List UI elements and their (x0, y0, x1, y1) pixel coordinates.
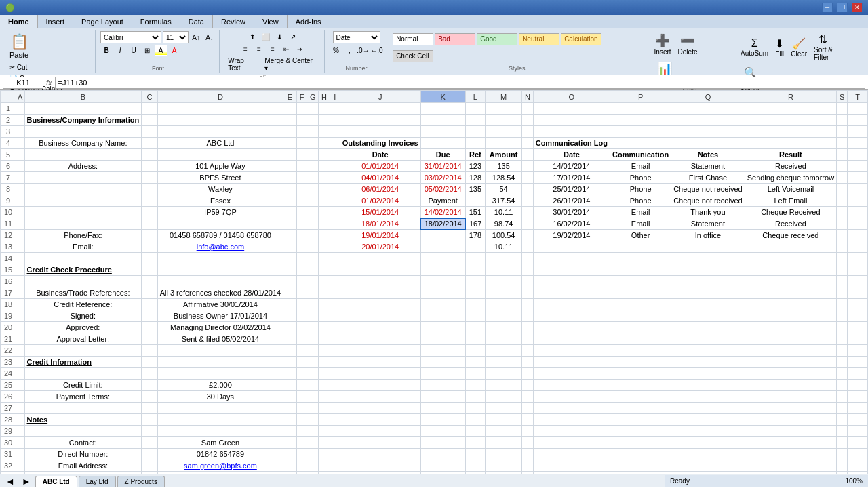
cell-N20[interactable] (522, 322, 533, 333)
cell-E25[interactable] (283, 380, 297, 391)
col-header-n[interactable]: N (522, 91, 533, 103)
cell-E9[interactable] (283, 195, 297, 207)
cell-B19[interactable]: Signed: (24, 310, 142, 322)
cell-Q19[interactable] (671, 310, 745, 322)
cell-A28[interactable] (16, 414, 24, 426)
cell-Q9[interactable]: Cheque not received (671, 195, 745, 207)
cell-B9[interactable] (24, 195, 142, 207)
cell-L9[interactable] (465, 195, 485, 207)
window-controls[interactable]: ─ ❐ ✕ (822, 3, 863, 12)
cell-N9[interactable] (522, 195, 533, 207)
cell-A33[interactable] (16, 472, 24, 474)
cell-J11[interactable]: 18/01/2014 (340, 218, 420, 230)
cell-L19[interactable] (465, 310, 485, 322)
cell-I13[interactable] (330, 241, 340, 253)
cell-B16[interactable] (24, 276, 142, 287)
col-header-e[interactable]: E (283, 91, 297, 103)
cell-N31[interactable] (522, 449, 533, 460)
cell-J21[interactable] (340, 333, 420, 345)
cell-Q11[interactable]: Statement (671, 218, 745, 230)
cell-D17[interactable]: All 3 references checked 28/01/2014 (157, 287, 283, 299)
cell-J8[interactable]: 06/01/2014 (340, 184, 420, 195)
cell-N7[interactable] (522, 172, 533, 184)
cell-L30[interactable] (465, 437, 485, 449)
cell-I32[interactable] (330, 460, 340, 472)
cell-R9[interactable]: Left Email (745, 195, 836, 207)
cell-L21[interactable] (465, 333, 485, 345)
insert-button[interactable]: ➕Insert (652, 31, 674, 58)
cell-L4[interactable] (465, 138, 485, 149)
cell-R5[interactable]: Result (745, 149, 836, 161)
cell-F19[interactable] (296, 310, 307, 322)
cell-K12[interactable] (420, 230, 465, 241)
cell-S23[interactable] (837, 357, 848, 368)
cell-K21[interactable] (420, 333, 465, 345)
cell-I16[interactable] (330, 276, 340, 287)
cell-R15[interactable] (745, 264, 836, 276)
cell-H8[interactable] (319, 184, 330, 195)
cell-E1[interactable] (283, 103, 297, 115)
cell-P9[interactable]: Phone (610, 195, 671, 207)
border-button[interactable]: ⊞ (141, 45, 153, 56)
minimize-button[interactable]: ─ (822, 3, 833, 12)
cell-P2[interactable] (610, 115, 671, 126)
cell-H33[interactable] (319, 472, 330, 474)
cell-M25[interactable] (485, 380, 521, 391)
cell-K25[interactable] (420, 380, 465, 391)
sheet-area[interactable]: A B C D E F G H I J K L M N O P Q (0, 90, 868, 474)
cell-K30[interactable] (420, 437, 465, 449)
cell-K15[interactable] (420, 264, 465, 276)
cell-B27[interactable] (24, 403, 142, 414)
cell-F15[interactable] (296, 264, 307, 276)
cell-J5[interactable]: Date (340, 149, 420, 161)
cell-O7[interactable]: 17/01/2014 (533, 172, 610, 184)
cell-D28[interactable] (157, 414, 283, 426)
cell-E5[interactable] (283, 149, 297, 161)
cell-N8[interactable] (522, 184, 533, 195)
cell-P12[interactable]: Other (610, 230, 671, 241)
cell-G16[interactable] (307, 276, 319, 287)
sheet-nav-right[interactable]: ► (19, 476, 34, 487)
percent-button[interactable]: % (330, 45, 342, 56)
cell-C4[interactable] (142, 138, 158, 149)
col-header-t[interactable]: T (848, 91, 868, 103)
cell-G26[interactable] (307, 391, 319, 403)
cell-H1[interactable] (319, 103, 330, 115)
cell-M14[interactable] (485, 253, 521, 264)
cell-P31[interactable] (610, 449, 671, 460)
cell-H6[interactable] (319, 161, 330, 172)
cell-G31[interactable] (307, 449, 319, 460)
cell-E7[interactable] (283, 172, 297, 184)
cell-L32[interactable] (465, 460, 485, 472)
cell-K2[interactable] (420, 115, 465, 126)
cell-D4[interactable]: ABC Ltd (157, 138, 283, 149)
cell-T19[interactable] (848, 310, 868, 322)
cell-M11[interactable]: 98.74 (485, 218, 521, 230)
cell-F11[interactable] (296, 218, 307, 230)
cell-M15[interactable] (485, 264, 521, 276)
cell-I9[interactable] (330, 195, 340, 207)
cell-M28[interactable] (485, 414, 521, 426)
sort-filter-button[interactable]: ⇅Sort &Filter (811, 31, 835, 63)
cell-T17[interactable] (848, 287, 868, 299)
cell-E27[interactable] (283, 403, 297, 414)
cell-M33[interactable] (485, 472, 521, 474)
cell-P17[interactable] (610, 287, 671, 299)
cell-O8[interactable]: 25/01/2014 (533, 184, 610, 195)
style-normal[interactable]: Normal (393, 33, 433, 45)
cell-Q15[interactable] (671, 264, 745, 276)
cell-B29[interactable] (24, 426, 142, 437)
cell-L13[interactable] (465, 241, 485, 253)
cell-D27[interactable] (157, 403, 283, 414)
cell-S16[interactable] (837, 276, 848, 287)
cell-P11[interactable]: Email (610, 218, 671, 230)
cell-R23[interactable] (745, 357, 836, 368)
cell-O30[interactable] (533, 437, 610, 449)
cell-T29[interactable] (848, 426, 868, 437)
cell-J20[interactable] (340, 322, 420, 333)
cell-Q22[interactable] (671, 345, 745, 357)
cell-S28[interactable] (837, 414, 848, 426)
cell-I11[interactable] (330, 218, 340, 230)
cell-O5[interactable]: Date (533, 149, 610, 161)
cell-K33[interactable] (420, 472, 465, 474)
